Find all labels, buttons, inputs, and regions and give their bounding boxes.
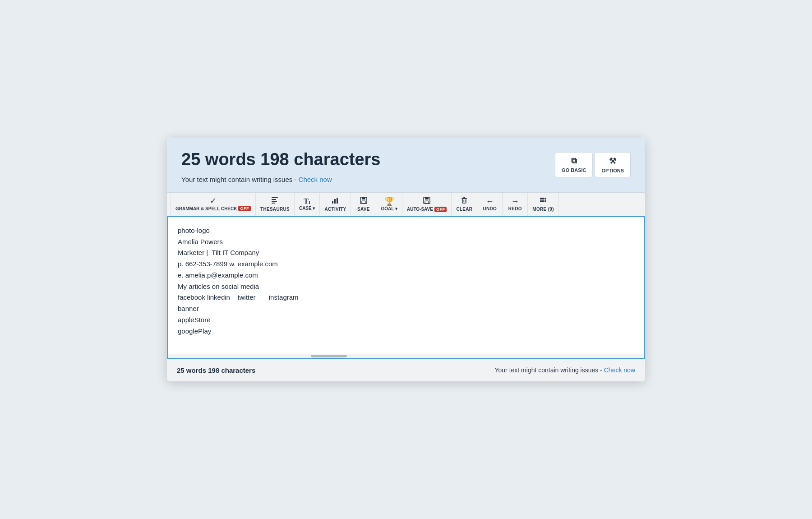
undo-label: UNDO — [483, 206, 497, 211]
editor-scrollbar-thumb — [311, 355, 347, 357]
go-basic-button[interactable]: ⧉ GO BASIC — [555, 152, 593, 177]
svg-rect-0 — [272, 197, 278, 198]
save-icon — [360, 196, 368, 206]
svg-rect-6 — [337, 198, 338, 204]
svg-rect-12 — [425, 201, 429, 204]
external-link-icon: ⧉ — [571, 156, 577, 166]
header-left: 25 words 198 characters Your text might … — [181, 150, 381, 183]
subtitle-text: Your text might contain writing issues - — [181, 176, 299, 183]
footer-issue: Your text might contain writing issues -… — [494, 366, 635, 374]
save-label: SAVE — [357, 207, 370, 212]
header-buttons: ⧉ GO BASIC ⚒ OPTIONS — [555, 152, 631, 177]
footer-check-now-link[interactable]: Check now — [604, 366, 635, 374]
toolbar-save[interactable]: SAVE — [351, 193, 376, 216]
toolbar-thesaurus[interactable]: THESAURUS — [256, 193, 295, 216]
go-basic-label: GO BASIC — [562, 167, 586, 173]
grammar-off-badge: OFF — [238, 206, 251, 211]
toolbar-case[interactable]: TI CASE ▾ — [295, 193, 320, 216]
undo-icon: ← — [486, 197, 494, 205]
editor-textarea[interactable]: photo-logo Amelia Powers Marketer | Tilt… — [168, 217, 644, 352]
redo-label: REDO — [508, 206, 522, 211]
svg-rect-2 — [272, 201, 277, 202]
footer: 25 words 198 characters Your text might … — [167, 359, 645, 381]
auto-save-off-badge: OFF — [434, 207, 447, 212]
toolbar-more[interactable]: MORE (9) — [528, 193, 558, 216]
footer-stats: 25 words 198 characters — [177, 366, 255, 374]
case-label: CASE ▾ — [299, 206, 315, 211]
svg-rect-19 — [542, 198, 544, 199]
activity-label: ACTIVITY — [324, 207, 346, 212]
trash-icon — [460, 196, 468, 206]
case-icon: TI — [304, 198, 310, 205]
clear-label: CLEAR — [456, 207, 472, 212]
svg-rect-18 — [540, 198, 542, 199]
header-subtitle: Your text might contain writing issues -… — [181, 176, 381, 183]
activity-icon — [331, 196, 339, 206]
redo-icon: → — [511, 197, 519, 205]
footer-issue-text: Your text might contain writing issues - — [494, 366, 604, 374]
goal-label: GOAL ▾ — [381, 206, 397, 211]
wrench-icon: ⚒ — [609, 156, 616, 166]
toolbar-grammar-spell[interactable]: ✓ GRAMMAR & SPELL CHECK OFF — [171, 193, 256, 216]
more-label: MORE (9) — [532, 207, 554, 212]
thesaurus-label: THESAURUS — [260, 207, 290, 212]
toolbar-undo[interactable]: ← UNDO — [477, 193, 503, 216]
svg-rect-3 — [272, 203, 275, 204]
toolbar-redo[interactable]: → REDO — [503, 193, 528, 216]
svg-rect-14 — [461, 198, 467, 199]
editor-area: photo-logo Amelia Powers Marketer | Tilt… — [167, 216, 645, 359]
editor-scrollbar[interactable] — [168, 354, 644, 358]
svg-rect-23 — [544, 200, 546, 202]
auto-save-label-group: AUTO-SAVE OFF — [407, 207, 447, 212]
checkmark-icon: ✓ — [210, 197, 217, 205]
header: 25 words 198 characters Your text might … — [167, 138, 645, 192]
toolbar-auto-save[interactable]: AUTO-SAVE OFF — [402, 193, 452, 216]
toolbar-activity[interactable]: ACTIVITY — [320, 193, 351, 216]
options-label: OPTIONS — [601, 168, 624, 173]
more-icon — [539, 196, 547, 206]
svg-rect-1 — [272, 199, 276, 200]
svg-rect-20 — [544, 198, 546, 199]
toolbar-goal[interactable]: 🏆 GOAL ▾ — [376, 193, 402, 216]
svg-rect-15 — [463, 197, 465, 198]
svg-rect-21 — [540, 200, 542, 202]
svg-rect-11 — [425, 197, 429, 199]
auto-save-icon — [423, 196, 431, 206]
svg-rect-4 — [332, 201, 333, 204]
svg-rect-8 — [362, 197, 365, 199]
svg-rect-22 — [542, 200, 544, 202]
header-title: 25 words 198 characters — [181, 150, 381, 169]
options-button[interactable]: ⚒ OPTIONS — [595, 152, 631, 177]
app-container: 25 words 198 characters Your text might … — [167, 138, 645, 381]
goal-icon: 🏆 — [384, 197, 394, 205]
check-now-link[interactable]: Check now — [299, 176, 332, 183]
svg-rect-9 — [362, 201, 365, 204]
toolbar-clear[interactable]: CLEAR — [452, 193, 477, 216]
svg-rect-5 — [334, 199, 336, 204]
thesaurus-icon — [271, 196, 279, 206]
svg-rect-13 — [462, 199, 466, 203]
toolbar: ✓ GRAMMAR & SPELL CHECK OFF THESAURUS TI… — [167, 192, 645, 216]
grammar-label: GRAMMAR & SPELL CHECK OFF — [175, 206, 251, 211]
